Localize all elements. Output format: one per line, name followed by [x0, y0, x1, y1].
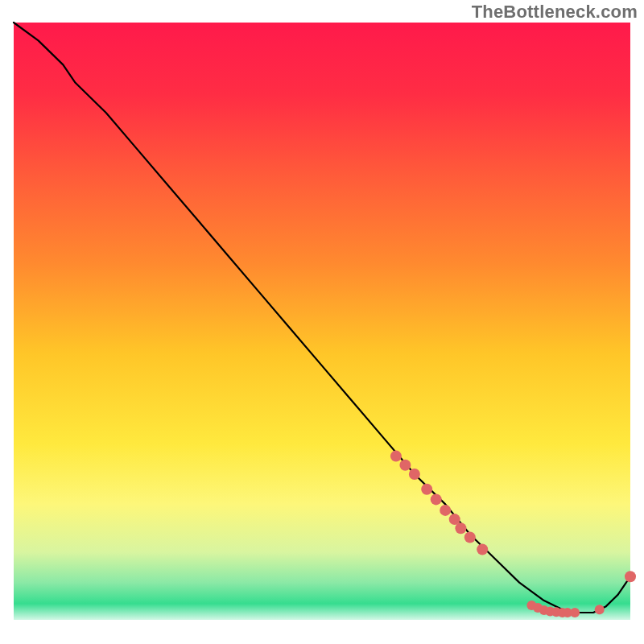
watermark-text: TheBottleneck.com [472, 2, 638, 23]
data-point [390, 451, 402, 462]
data-point [440, 505, 451, 516]
data-point [409, 469, 420, 480]
plot-bottom-edge [14, 620, 630, 625]
series-highlight-point-end [625, 571, 636, 582]
data-point [421, 484, 432, 495]
chart-svg [0, 0, 644, 644]
data-point [455, 522, 466, 534]
chart-root: TheBottleneck.com [0, 0, 644, 644]
data-point [595, 605, 605, 614]
data-point [399, 460, 411, 471]
data-point [464, 532, 476, 543]
data-point [625, 571, 636, 582]
data-point [431, 493, 442, 505]
data-point [477, 544, 488, 555]
data-point [570, 608, 580, 617]
